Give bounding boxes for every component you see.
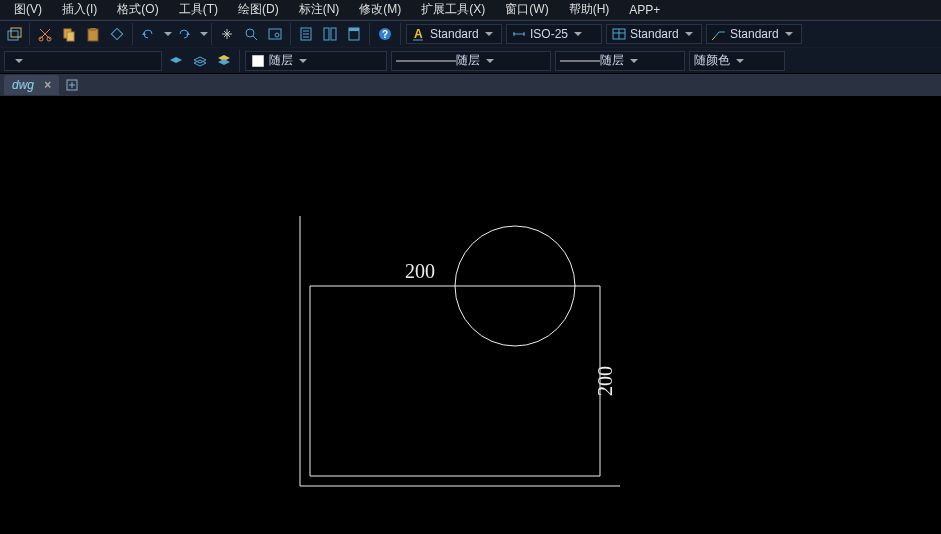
- tool-palette-icon[interactable]: [319, 23, 341, 45]
- properties-icon[interactable]: [295, 23, 317, 45]
- cut-icon[interactable]: [34, 23, 56, 45]
- dropdown-icon: [736, 59, 744, 63]
- menu-annotate[interactable]: 标注(N): [289, 1, 350, 18]
- dropdown-icon: [485, 32, 493, 36]
- layer-make-current-icon[interactable]: [165, 50, 187, 72]
- lineweight-combo[interactable]: 随层: [555, 51, 685, 71]
- lineweight-preview-icon: [560, 57, 600, 65]
- dim-h-value: 200: [405, 260, 435, 282]
- mleader-style-icon: [711, 26, 727, 42]
- zoom-window-icon[interactable]: [264, 23, 286, 45]
- rectangle-outline: [310, 286, 600, 476]
- dropdown-icon: [486, 59, 494, 63]
- svg-rect-14: [331, 28, 336, 40]
- dropdown-icon: [15, 59, 23, 63]
- tool-1-icon[interactable]: [3, 23, 25, 45]
- dropdown-icon: [630, 59, 638, 63]
- text-style-icon: A: [411, 26, 427, 42]
- menu-help[interactable]: 帮助(H): [559, 1, 620, 18]
- dropdown-icon: [685, 32, 693, 36]
- svg-rect-16: [349, 28, 359, 31]
- axes-polyline: [300, 216, 620, 486]
- menu-app-plus[interactable]: APP+: [619, 3, 670, 17]
- menu-window[interactable]: 窗口(W): [495, 1, 558, 18]
- toolbar-main: ? A Standard ISO-25 Standard Standard: [0, 20, 941, 48]
- separator: [211, 23, 212, 45]
- layer-combo[interactable]: [4, 51, 162, 71]
- linetype-preview-icon: [396, 57, 456, 65]
- document-tab[interactable]: dwg ×: [4, 75, 59, 95]
- svg-rect-8: [111, 28, 122, 39]
- document-tabstrip: dwg ×: [0, 74, 941, 96]
- dim-style-combo[interactable]: ISO-25: [506, 24, 602, 44]
- lineweight-label: 随层: [600, 52, 626, 69]
- mleader-style-label: Standard: [730, 27, 781, 41]
- menu-tools[interactable]: 工具(T): [169, 1, 228, 18]
- help-icon[interactable]: ?: [374, 23, 396, 45]
- menu-ext-tools[interactable]: 扩展工具(X): [411, 1, 495, 18]
- linetype-combo[interactable]: 随层: [391, 51, 551, 71]
- layer-manager-icon[interactable]: [213, 50, 235, 72]
- menu-bar: 图(V) 插入(I) 格式(O) 工具(T) 绘图(D) 标注(N) 修改(M)…: [0, 0, 941, 20]
- menu-draw[interactable]: 绘图(D): [228, 1, 289, 18]
- tab-name: dwg: [12, 78, 34, 92]
- copy-icon[interactable]: [58, 23, 80, 45]
- menu-modify[interactable]: 修改(M): [349, 1, 411, 18]
- svg-rect-5: [67, 32, 74, 41]
- toolbar-layers: 随层 随层 随层 随颜色: [0, 48, 941, 74]
- dropdown-icon: [785, 32, 793, 36]
- separator: [400, 23, 401, 45]
- redo-icon[interactable]: [173, 23, 195, 45]
- svg-rect-1: [11, 28, 21, 37]
- zoom-icon[interactable]: [240, 23, 262, 45]
- dim-v-value: 200: [594, 366, 616, 396]
- menu-view[interactable]: 图(V): [4, 1, 52, 18]
- svg-rect-0: [8, 31, 18, 40]
- dropdown-icon: [299, 59, 307, 63]
- mleader-style-combo[interactable]: Standard: [706, 24, 802, 44]
- paste-icon[interactable]: [82, 23, 104, 45]
- separator: [369, 23, 370, 45]
- cad-drawing: 200 200: [0, 96, 941, 534]
- separator: [239, 50, 240, 72]
- separator: [132, 23, 133, 45]
- separator: [29, 23, 30, 45]
- svg-rect-7: [90, 28, 96, 31]
- dim-style-label: ISO-25: [530, 27, 570, 41]
- drawing-canvas[interactable]: 200 200: [0, 96, 941, 534]
- text-style-combo[interactable]: A Standard: [406, 24, 502, 44]
- text-style-label: Standard: [430, 27, 481, 41]
- svg-text:A: A: [414, 27, 423, 41]
- dim-style-icon: [511, 26, 527, 42]
- table-style-label: Standard: [630, 27, 681, 41]
- new-tab-button[interactable]: [63, 76, 81, 94]
- svg-text:?: ?: [382, 29, 388, 40]
- svg-point-9: [246, 29, 254, 37]
- undo-dropdown[interactable]: [164, 32, 172, 36]
- table-style-icon: [611, 26, 627, 42]
- color-combo[interactable]: 随层: [245, 51, 387, 71]
- svg-point-11: [275, 33, 279, 37]
- linetype-label: 随层: [456, 52, 482, 69]
- pan-icon[interactable]: [216, 23, 238, 45]
- undo-icon[interactable]: [137, 23, 159, 45]
- match-icon[interactable]: [106, 23, 128, 45]
- menu-format[interactable]: 格式(O): [107, 1, 168, 18]
- menu-insert[interactable]: 插入(I): [52, 1, 107, 18]
- plot-color-combo[interactable]: 随颜色: [689, 51, 785, 71]
- layer-previous-icon[interactable]: [189, 50, 211, 72]
- plot-color-label: 随颜色: [694, 52, 732, 69]
- svg-rect-21: [252, 55, 264, 67]
- table-style-combo[interactable]: Standard: [606, 24, 702, 44]
- sheet-icon[interactable]: [343, 23, 365, 45]
- dropdown-icon: [574, 32, 582, 36]
- close-icon[interactable]: ×: [44, 78, 51, 92]
- color-label: 随层: [269, 52, 295, 69]
- separator: [290, 23, 291, 45]
- color-swatch-icon: [250, 53, 266, 69]
- svg-rect-13: [324, 28, 329, 40]
- redo-dropdown[interactable]: [200, 32, 208, 36]
